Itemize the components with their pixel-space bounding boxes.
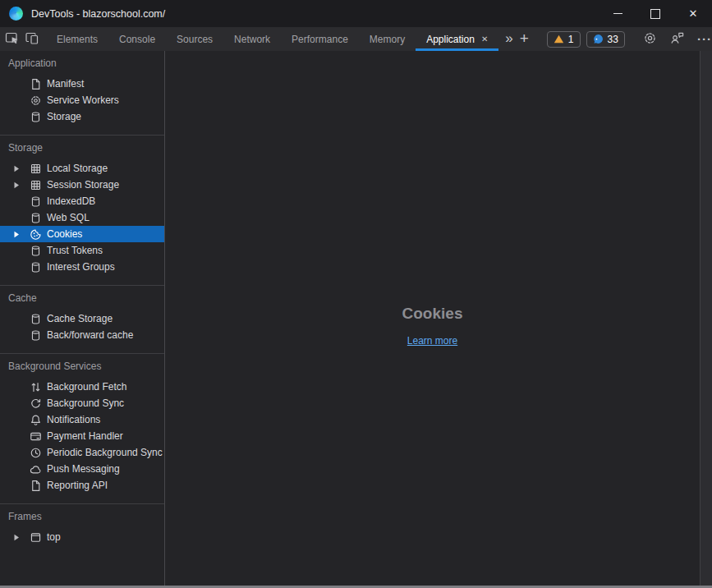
sidebar-item-label: Storage [47, 111, 81, 122]
sidebar-item-local-storage[interactable]: Local Storage [0, 160, 164, 177]
learn-more-link[interactable]: Learn more [407, 335, 457, 347]
expand-arrow-icon[interactable] [13, 534, 29, 541]
message-bubble-badge[interactable]: 33 [586, 31, 625, 48]
gear-icon [29, 94, 42, 107]
warning-triangle-badge[interactable]: 1 [547, 31, 581, 48]
tab-label: Performance [292, 34, 348, 45]
arrows-up-down-icon [29, 380, 42, 393]
sidebar-item-periodic-background-sync[interactable]: Periodic Background Sync [0, 444, 164, 461]
device-toolbar-button[interactable] [25, 30, 39, 49]
section-title: Storage [0, 136, 164, 160]
maximize-icon [650, 9, 660, 19]
database-icon [29, 110, 42, 123]
maximize-button[interactable] [636, 0, 674, 27]
sidebar-item-label: Payment Handler [47, 430, 123, 442]
database-icon [29, 312, 42, 325]
close-tab-icon[interactable]: ✕ [481, 35, 488, 44]
expand-arrow-icon[interactable] [13, 165, 29, 172]
sidebar-item-label: Periodic Background Sync [47, 447, 163, 458]
tab-network[interactable]: Network [223, 27, 281, 51]
add-tab-icon[interactable]: + [520, 30, 529, 48]
sidebar-item-reporting-api[interactable]: Reporting API [0, 477, 164, 494]
tab-label: Memory [370, 34, 405, 45]
feedback-button[interactable] [668, 30, 687, 49]
sidebar-item-label: Trust Tokens [47, 245, 103, 256]
sidebar-item-label: Push Messaging [47, 463, 120, 475]
sidebar-item-notifications[interactable]: Notifications [0, 411, 164, 428]
sidebar-item-label: Back/forward cache [47, 329, 133, 341]
sidebar-item-service-workers[interactable]: Service Workers [0, 92, 164, 108]
sidebar-item-label: Web SQL [47, 212, 90, 223]
sidebar-item-indexeddb[interactable]: IndexedDB [0, 193, 164, 209]
sidebar-item-back-forward-cache[interactable]: Back/forward cache [0, 327, 164, 343]
title-bar: DevTools - blazorschool.com/ ✕ [0, 0, 712, 27]
database-icon [29, 195, 42, 208]
gear-icon [643, 31, 657, 48]
sidebar-item-cache-storage[interactable]: Cache Storage [0, 310, 164, 327]
minimize-button[interactable] [599, 0, 636, 27]
feedback-person-bubble-icon [669, 31, 685, 48]
sidebar-section-application: ApplicationManifestService WorkersStorag… [0, 51, 164, 136]
sidebar-item-web-sql[interactable]: Web SQL [0, 209, 164, 226]
sidebar-item-label: Notifications [47, 414, 100, 425]
tab-label: Console [119, 34, 155, 45]
close-button[interactable]: ✕ [674, 0, 712, 27]
tab-label: Sources [177, 34, 213, 45]
cloud-icon [29, 462, 42, 475]
window-title: DevTools - blazorschool.com/ [31, 8, 599, 20]
tab-memory[interactable]: Memory [359, 27, 416, 51]
section-title: Application [0, 51, 164, 76]
document-icon [29, 479, 42, 492]
device-emulation-icon [25, 31, 39, 48]
application-sidebar: ApplicationManifestService WorkersStorag… [0, 51, 165, 588]
sidebar-item-label: top [47, 531, 61, 543]
inspect-element-button[interactable] [5, 30, 20, 49]
sidebar-item-session-storage[interactable]: Session Storage [0, 177, 164, 193]
sidebar-item-cookies[interactable]: Cookies [0, 226, 164, 242]
badge-count: 33 [608, 34, 618, 45]
sidebar-item-payment-handler[interactable]: Payment Handler [0, 428, 164, 444]
more-options-button[interactable]: ··· [695, 30, 712, 49]
sidebar-section-background-services: Background ServicesBackground FetchBackg… [0, 354, 164, 504]
sidebar-item-label: Reporting API [47, 480, 108, 491]
status-badges: 133 [547, 31, 625, 48]
inspect-cursor-icon [5, 31, 20, 48]
section-title: Frames [0, 504, 164, 529]
tab-elements[interactable]: Elements [46, 27, 108, 51]
tab-application[interactable]: Application✕ [416, 27, 498, 51]
tab-label: Network [234, 34, 270, 45]
tab-console[interactable]: Console [108, 27, 166, 51]
sidebar-item-background-sync[interactable]: Background Sync [0, 395, 164, 411]
vertical-scrollbar[interactable] [700, 51, 712, 588]
sidebar-item-manifest[interactable]: Manifest [0, 76, 164, 92]
sidebar-item-label: Session Storage [47, 179, 119, 191]
devtools-toolbar: ElementsConsoleSourcesNetworkPerformance… [0, 27, 712, 51]
sidebar-item-top[interactable]: top [0, 529, 164, 545]
sidebar-item-label: Background Sync [47, 397, 124, 409]
more-tabs-chevron-icon[interactable]: » [505, 30, 512, 47]
toolbar-right-icons: ··· [633, 30, 712, 49]
expand-arrow-icon[interactable] [13, 181, 29, 189]
warning-triangle-icon [554, 34, 564, 44]
sidebar-item-storage[interactable]: Storage [0, 108, 164, 125]
badge-count: 1 [568, 34, 574, 45]
sidebar-item-push-messaging[interactable]: Push Messaging [0, 461, 164, 477]
window-controls: ✕ [599, 0, 712, 27]
bell-icon [29, 413, 42, 426]
panel-title: Cookies [402, 305, 463, 323]
sidebar-item-trust-tokens[interactable]: Trust Tokens [0, 242, 164, 259]
frame-icon [29, 531, 42, 544]
section-title: Background Services [0, 354, 164, 379]
database-icon [29, 244, 42, 257]
expand-arrow-icon[interactable] [13, 231, 29, 238]
sidebar-section-frames: Framestop [0, 504, 164, 555]
sidebar-item-label: Interest Groups [47, 261, 115, 273]
settings-button[interactable] [641, 30, 660, 49]
tab-performance[interactable]: Performance [281, 27, 359, 51]
sidebar-item-label: Cookies [47, 228, 82, 240]
tab-sources[interactable]: Sources [166, 27, 223, 51]
sidebar-item-background-fetch[interactable]: Background Fetch [0, 379, 164, 395]
more-options-icon: ··· [697, 32, 712, 46]
sidebar-item-label: Manifest [47, 78, 84, 90]
sidebar-item-interest-groups[interactable]: Interest Groups [0, 259, 164, 275]
